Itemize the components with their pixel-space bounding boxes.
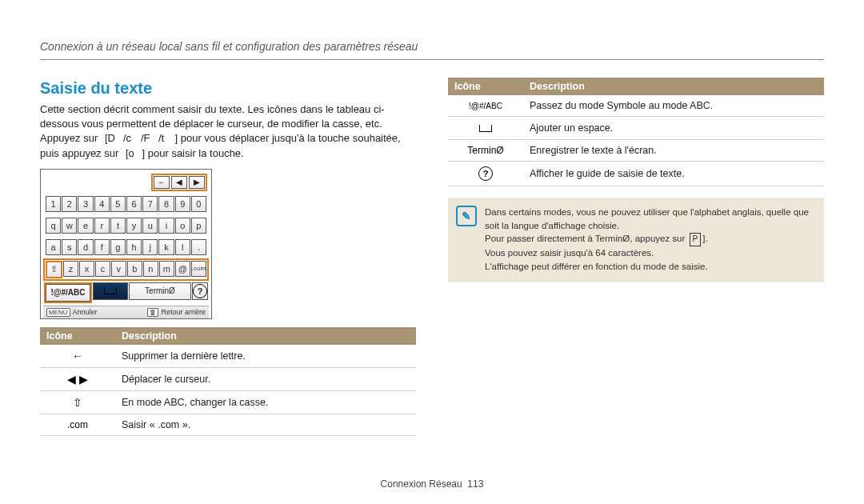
- kbd-key: c: [95, 261, 110, 277]
- table-row: ⇧ En mode ABC, changer la casse.: [40, 390, 416, 414]
- kbd-key: w: [62, 218, 77, 234]
- space-icon: [479, 125, 492, 132]
- icon-table-left: Icône Description ← Supprimer la dernièr…: [40, 327, 416, 436]
- icon-table-right: Icône Description !@#/ABC Passez du mode…: [448, 78, 824, 186]
- table-row: TerminØ Enregistrer le texte à l'écran.: [448, 140, 824, 162]
- question-icon: ?: [478, 166, 493, 181]
- fn-key-icon: P: [690, 233, 702, 246]
- footer-section: Connexion Réseau: [381, 478, 462, 490]
- kbd-key: n: [143, 261, 158, 277]
- kbd-backspace-icon: ←: [154, 176, 170, 189]
- space-icon: [104, 287, 117, 294]
- kbd-key: 1: [46, 196, 61, 212]
- kbd-done-key: TerminØ: [129, 282, 191, 300]
- td-desc: Saisir « .com ».: [115, 414, 416, 435]
- note-text: ].: [702, 234, 707, 243]
- kbd-key: d: [78, 239, 93, 255]
- kbd-help-key: ?: [192, 282, 208, 300]
- kbd-key: a: [46, 239, 61, 255]
- kbd-footer-cancel: Annuler: [73, 308, 98, 316]
- kbd-key: q: [46, 218, 61, 234]
- td-desc: En mode ABC, changer la casse.: [115, 390, 416, 414]
- kbd-key: 4: [94, 196, 110, 212]
- dotcom-icon: .com: [67, 419, 88, 430]
- th-desc: Description: [115, 327, 416, 345]
- kbd-key: 2: [62, 196, 77, 212]
- kbd-top-row: ← ◀ ▶: [43, 172, 209, 194]
- done-icon: TerminØ: [467, 145, 503, 156]
- kbd-key: x: [79, 261, 94, 277]
- arrows-lr-icon: ◀ ▶: [67, 373, 88, 386]
- footer-page-number: 113: [467, 478, 483, 490]
- note-icon: ✎: [456, 206, 477, 226]
- td-desc: Afficher le guide de saisie de texte.: [523, 162, 824, 186]
- question-icon: ?: [193, 284, 207, 298]
- arrow-left-icon: ←: [72, 350, 83, 362]
- kbd-key: 0: [191, 196, 206, 212]
- intro-d: ] pour saisir la touche.: [142, 147, 244, 159]
- divider: [40, 59, 824, 60]
- kbd-key: @: [175, 261, 190, 277]
- td-desc: Passez du mode Symbole au mode ABC.: [523, 95, 824, 117]
- kbd-key: i: [158, 218, 174, 234]
- table-row: ? Afficher le guide de saisie de texte.: [448, 162, 824, 186]
- note-line: Pour passer directement à TerminØ, appuy…: [485, 232, 814, 246]
- note-line: Vous pouvez saisir jusqu'à 64 caractères…: [485, 246, 814, 260]
- td-desc: Supprimer la dernière lettre.: [115, 345, 416, 368]
- th-icon: Icône: [40, 327, 115, 345]
- kbd-row-2: q w e r t y u i o p: [43, 215, 209, 236]
- trash-icon: 🗑: [147, 308, 158, 317]
- shift-icon: ⇧: [73, 396, 82, 409]
- kbd-key: o: [175, 218, 190, 234]
- key-d: [D: [102, 131, 118, 146]
- kbd-row-4: ⇧ z x c v b n m @ .com: [43, 258, 209, 281]
- table-row: ← Supprimer la dernière lettre.: [40, 345, 416, 368]
- table-row: ◀ ▶ Déplacer le curseur.: [40, 367, 416, 390]
- kbd-key: z: [63, 261, 78, 277]
- kbd-footer: MENUAnnuler 🗑Retour arrière: [43, 306, 209, 318]
- kbd-right-icon: ▶: [189, 176, 205, 189]
- kbd-key: k: [158, 239, 174, 255]
- key-o: [o: [122, 146, 138, 161]
- note-box: ✎ Dans certains modes, vous ne pouvez ut…: [448, 198, 824, 282]
- kbd-key: p: [191, 218, 206, 234]
- kbd-key: 5: [110, 196, 126, 212]
- kbd-key: y: [126, 218, 142, 234]
- onscreen-keyboard: ← ◀ ▶ 1 2 3 4 5 6 7 8 9 0: [40, 169, 212, 319]
- note-content: Dans certains modes, vous ne pouvez util…: [485, 206, 814, 273]
- kbd-left-icon: ◀: [171, 176, 187, 189]
- kbd-key: 8: [158, 196, 174, 212]
- kbd-key: r: [94, 218, 110, 234]
- kbd-key: u: [142, 218, 158, 234]
- kbd-key: j: [142, 239, 158, 255]
- kbd-key: s: [62, 239, 77, 255]
- kbd-key: t: [110, 218, 126, 234]
- kbd-key: b: [127, 261, 142, 277]
- table-row: Ajouter un espace.: [448, 117, 824, 140]
- key-t: /t: [155, 131, 171, 146]
- note-line: Dans certains modes, vous ne pouvez util…: [485, 206, 814, 232]
- th-desc: Description: [523, 78, 824, 95]
- kbd-key-dotcom: .com: [191, 261, 206, 277]
- menu-button-icon: MENU: [46, 308, 70, 317]
- kbd-key: g: [110, 239, 126, 255]
- kbd-key: f: [94, 239, 110, 255]
- kbd-key: e: [78, 218, 93, 234]
- section-title: Saisie du texte: [40, 79, 416, 98]
- kbd-key: .: [191, 239, 206, 255]
- kbd-key: 6: [126, 196, 142, 212]
- kbd-key: l: [175, 239, 190, 255]
- td-desc: Ajouter un espace.: [523, 117, 824, 140]
- table-row: .com Saisir « .com ».: [40, 414, 416, 435]
- kbd-key: v: [111, 261, 126, 277]
- kbd-key: m: [159, 261, 174, 277]
- kbd-mode-key: !@#/ABC: [46, 284, 90, 302]
- table-row: !@#/ABC Passez du mode Symbole au mode A…: [448, 95, 824, 117]
- td-desc: Déplacer le curseur.: [115, 367, 416, 390]
- kbd-row-1: 1 2 3 4 5 6 7 8 9 0: [43, 194, 209, 214]
- kbd-key: 9: [175, 196, 190, 212]
- key-c: /c: [120, 131, 136, 146]
- key-f: /F: [138, 131, 154, 146]
- page-footer: Connexion Réseau 113: [0, 478, 864, 490]
- kbd-row-3: a s d f g h j k l .: [43, 237, 209, 258]
